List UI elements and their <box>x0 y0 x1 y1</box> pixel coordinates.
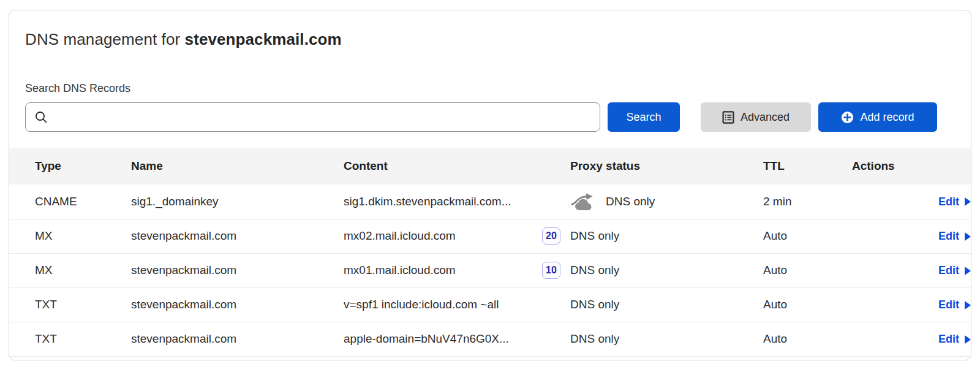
search-icon <box>34 110 48 124</box>
table-row: TXT stevenpackmail.com v=spf1 include:ic… <box>9 287 971 322</box>
edit-link-label: Edit <box>938 299 959 311</box>
search-toolbar: Search Advanced <box>25 102 937 132</box>
edit-link-label: Edit <box>938 230 959 243</box>
dns-only-cloud-icon <box>570 192 597 211</box>
column-header-proxy-status: Proxy status <box>570 148 763 184</box>
table-header-row: Type Name Content Proxy status TTL Actio… <box>9 148 971 184</box>
record-type: CNAME <box>9 184 131 219</box>
mx-priority-badge: 20 <box>542 227 560 245</box>
chevron-right-icon <box>965 267 971 275</box>
chevron-right-icon <box>965 232 971 241</box>
page-title-prefix: DNS management for <box>25 30 185 48</box>
record-content: apple-domain=bNuV47n6G0X... <box>344 332 509 346</box>
edit-record-link[interactable]: Edit <box>938 299 971 311</box>
edit-link-label: Edit <box>938 333 959 346</box>
edit-link-label: Edit <box>938 196 959 208</box>
record-name: stevenpackmail.com <box>131 287 344 322</box>
record-name: stevenpackmail.com <box>131 322 344 356</box>
search-button[interactable]: Search <box>608 102 680 132</box>
add-record-button[interactable]: Add record <box>818 102 937 132</box>
proxy-status-text: DNS only <box>570 298 619 311</box>
table-row: CNAME sig1._domainkey sig1.dkim.stevenpa… <box>9 184 971 219</box>
advanced-button-label: Advanced <box>741 111 790 124</box>
dns-records-table: Type Name Content Proxy status TTL Actio… <box>9 148 971 357</box>
record-content: v=spf1 include:icloud.com ~all <box>344 298 499 311</box>
search-label: Search DNS Records <box>25 82 955 95</box>
proxy-status-text: DNS only <box>606 195 655 208</box>
record-name: sig1._domainkey <box>131 184 344 219</box>
plus-circle-icon <box>841 111 854 124</box>
table-row: TXT stevenpackmail.com apple-domain=bNuV… <box>9 322 971 356</box>
page-title: DNS management for stevenpackmail.com <box>25 30 955 49</box>
edit-record-link[interactable]: Edit <box>938 196 971 208</box>
proxy-status-text: DNS only <box>570 332 619 346</box>
chevron-right-icon <box>965 335 971 344</box>
record-ttl: 2 min <box>763 184 852 219</box>
column-header-actions: Actions <box>852 148 971 184</box>
edit-record-link[interactable]: Edit <box>938 333 971 346</box>
add-record-button-label: Add record <box>860 111 914 124</box>
record-content: mx01.mail.icloud.com <box>344 264 456 277</box>
page-title-domain: stevenpackmail.com <box>185 30 342 48</box>
record-ttl: Auto <box>763 219 852 253</box>
proxy-status-text: DNS only <box>570 229 619 243</box>
advanced-button[interactable]: Advanced <box>701 102 811 132</box>
record-name: stevenpackmail.com <box>131 219 344 253</box>
record-ttl: Auto <box>763 287 852 322</box>
dns-management-card: DNS management for stevenpackmail.com Se… <box>9 10 971 360</box>
search-input[interactable] <box>54 111 591 124</box>
chevron-right-icon <box>965 301 971 310</box>
edit-record-link[interactable]: Edit <box>938 230 971 243</box>
search-button-label: Search <box>626 111 661 124</box>
record-content: sig1.dkim.stevenpackmail.com... <box>344 195 511 208</box>
record-ttl: Auto <box>763 253 852 287</box>
table-row: MX stevenpackmail.com mx01.mail.icloud.c… <box>9 253 971 287</box>
record-type: TXT <box>9 322 131 356</box>
column-header-type: Type <box>9 148 131 184</box>
table-row: MX stevenpackmail.com mx02.mail.icloud.c… <box>9 219 971 253</box>
search-box <box>25 102 600 132</box>
chevron-right-icon <box>965 197 971 206</box>
mx-priority-badge: 10 <box>542 262 560 279</box>
edit-record-link[interactable]: Edit <box>938 264 971 277</box>
column-header-content: Content <box>344 148 570 184</box>
record-type: MX <box>9 253 131 287</box>
column-header-name: Name <box>131 148 344 184</box>
record-ttl: Auto <box>763 322 852 356</box>
edit-link-label: Edit <box>938 264 959 277</box>
record-content: mx02.mail.icloud.com <box>344 229 456 243</box>
list-document-icon <box>722 111 734 124</box>
record-type: MX <box>9 219 131 253</box>
record-name: stevenpackmail.com <box>131 253 344 287</box>
column-header-ttl: TTL <box>763 148 852 184</box>
record-type: TXT <box>9 287 131 322</box>
proxy-status-text: DNS only <box>570 264 619 277</box>
